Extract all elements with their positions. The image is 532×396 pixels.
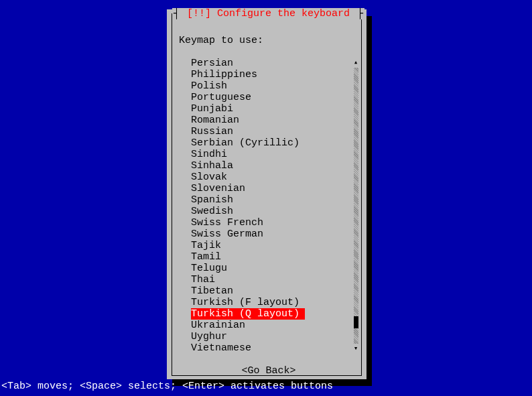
keymap-option[interactable]: Tamil [191,251,358,263]
keymap-option[interactable]: Thai [191,274,358,285]
keymap-option[interactable]: Slovak [191,172,358,183]
title-prefix: [!!] [187,8,217,19]
dialog-title: ┤ [!!] Configure the keyboard ├ [172,8,361,19]
keymap-option[interactable]: Slovenian [191,183,358,194]
keymap-option[interactable]: Tajik [191,240,358,251]
configure-keyboard-dialog: ┤ [!!] Configure the keyboard ├ Keymap t… [167,9,367,379]
scrollbar-track[interactable] [354,68,358,344]
keymap-option[interactable]: Romanian [191,115,358,126]
scroll-up-arrow-icon[interactable]: ▴ [354,58,358,68]
keymap-option[interactable]: Turkish (F layout) [191,297,358,308]
keymap-option[interactable]: Turkish (Q layout) [191,308,305,320]
keymap-option[interactable]: Sindhi [191,149,358,160]
help-bar: <Tab> moves; <Space> selects; <Enter> ac… [1,381,333,392]
scroll-down-arrow-icon[interactable]: ▾ [354,344,358,354]
prompt-label: Keymap to use: [179,35,358,46]
go-back-button[interactable]: <Go Back> [179,365,358,377]
scrollbar[interactable]: ▴ ▾ [353,58,358,354]
keymap-option[interactable]: Russian [191,126,358,137]
keymap-list[interactable]: PersianPhilippinesPolishPortuguesePunjab… [179,58,358,354]
keymap-option[interactable]: Telugu [191,263,358,274]
keymap-option[interactable]: Philippines [191,69,358,80]
keymap-option[interactable]: Ukrainian [191,320,358,331]
keymap-option[interactable]: Serbian (Cyrillic) [191,137,358,149]
keymap-option[interactable]: Vietnamese [191,342,358,354]
keymap-option[interactable]: Swiss German [191,228,358,240]
keymap-option[interactable]: Uyghur [191,331,358,342]
scrollbar-thumb[interactable] [354,316,358,328]
keymap-option[interactable]: Swiss French [191,217,358,228]
keymap-option[interactable]: Polish [191,80,358,92]
keymap-option[interactable]: Persian [191,58,358,69]
keymap-option[interactable]: Portuguese [191,92,358,103]
title-text: Configure the keyboard [217,8,350,19]
keymap-option[interactable]: Punjabi [191,103,358,115]
keymap-option[interactable]: Tibetan [191,285,358,297]
keymap-option[interactable]: Sinhala [191,160,358,172]
keymap-option[interactable]: Swedish [191,206,358,217]
keymap-option[interactable]: Spanish [191,194,358,206]
